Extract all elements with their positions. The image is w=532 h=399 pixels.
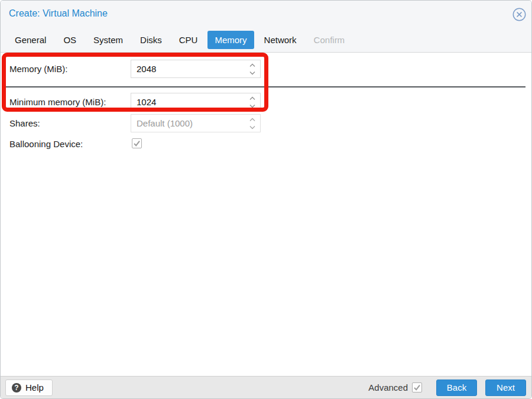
tab-memory[interactable]: Memory	[207, 31, 254, 49]
help-button-label: Help	[25, 382, 44, 392]
tab-disks[interactable]: Disks	[133, 31, 169, 49]
tab-network[interactable]: Network	[257, 31, 304, 49]
shares-field-label: Shares:	[9, 118, 40, 128]
create-vm-dialog: Create: Virtual Machine General OS Syste…	[0, 0, 532, 399]
spinner-down-icon[interactable]	[247, 103, 258, 109]
help-button[interactable]: ? Help	[5, 379, 53, 396]
spinner-up-icon[interactable]	[247, 62, 258, 69]
advanced-label: Advanced	[368, 382, 408, 392]
spinner-down-icon[interactable]	[247, 70, 258, 76]
tab-system[interactable]: System	[86, 31, 130, 49]
row-divider	[5, 86, 525, 87]
memory-field	[131, 60, 261, 78]
next-button[interactable]: Next	[485, 379, 526, 396]
shares-input	[131, 115, 260, 132]
check-icon	[413, 384, 421, 391]
spinner-up-icon	[247, 116, 258, 123]
spinner-up-icon[interactable]	[247, 95, 258, 102]
min-memory-field	[131, 93, 261, 111]
memory-spinner	[247, 60, 258, 77]
memory-tab-panel: Memory (MiB): Minimum memory (MiB):	[1, 53, 531, 376]
tab-general[interactable]: General	[8, 31, 53, 49]
tab-os[interactable]: OS	[56, 31, 83, 49]
shares-spinner	[247, 115, 258, 132]
min-memory-spinner	[247, 93, 258, 111]
check-icon	[133, 140, 141, 147]
dialog-header: Create: Virtual Machine General OS Syste…	[1, 1, 531, 53]
min-memory-input[interactable]	[131, 93, 260, 111]
memory-input[interactable]	[131, 60, 260, 77]
advanced-checkbox[interactable]	[412, 382, 422, 392]
min-memory-field-label: Minimum memory (MiB):	[9, 97, 106, 107]
tab-bar: General OS System Disks CPU Memory Netwo…	[8, 31, 352, 49]
help-icon: ?	[12, 383, 21, 392]
close-icon[interactable]	[512, 8, 526, 21]
tab-cpu[interactable]: CPU	[172, 31, 205, 49]
shares-field	[131, 114, 261, 132]
memory-field-label: Memory (MiB):	[9, 64, 67, 74]
dialog-title: Create: Virtual Machine	[9, 8, 108, 19]
tab-confirm: Confirm	[307, 31, 352, 49]
back-button[interactable]: Back	[436, 379, 477, 396]
ballooning-field-label: Ballooning Device:	[9, 139, 83, 149]
footer-actions: Advanced Back Next	[368, 379, 526, 396]
footer-toolbar: ? Help Advanced Back Next	[1, 376, 531, 398]
spinner-down-icon	[247, 124, 258, 131]
ballooning-checkbox[interactable]	[132, 138, 142, 148]
